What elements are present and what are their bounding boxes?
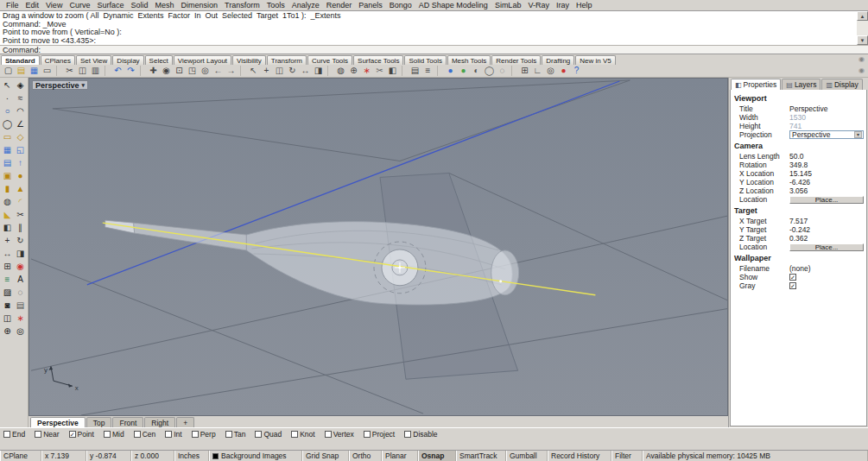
menu-item-simlab[interactable]: SimLab (491, 1, 525, 9)
join-icon[interactable]: ⊕ (347, 65, 360, 77)
property-select-projection[interactable]: Perspective▾ (789, 130, 864, 139)
polygon-icon[interactable]: ◇ (14, 131, 27, 144)
osnap-checkbox-cen[interactable] (134, 431, 141, 438)
scrollbar-track[interactable] (857, 21, 868, 35)
panel-tab-properties[interactable]: ◧Properties (731, 79, 781, 90)
box-icon[interactable]: ▣ (1, 170, 14, 183)
split-curve-icon[interactable]: ◧ (1, 222, 14, 235)
fillet-icon[interactable]: ◜ (14, 196, 27, 209)
scale-object-icon[interactable]: ↔ (299, 65, 312, 77)
handle-butt-end[interactable] (491, 250, 519, 295)
menu-item-mesh[interactable]: Mesh (151, 1, 177, 9)
zoom-selected-icon[interactable]: ◎ (199, 65, 212, 77)
scroll-down-icon[interactable]: ▼ (857, 35, 868, 45)
status-cell-osnap[interactable]: Osnap (418, 451, 456, 461)
status-cell-ortho[interactable]: Ortho (349, 451, 382, 461)
menu-item-view[interactable]: View (42, 1, 66, 9)
menu-item-solid[interactable]: Solid (127, 1, 151, 9)
explode-tool-icon[interactable]: ∗ (14, 313, 27, 325)
osnap-checkbox-perp[interactable] (192, 431, 199, 438)
sphere-icon[interactable]: ● (14, 170, 27, 183)
rotate-object-icon[interactable]: ↻ (286, 65, 299, 77)
redo-view-icon[interactable]: → (225, 65, 238, 77)
grid-snap-icon[interactable]: ⊞ (518, 65, 531, 77)
viewport-tab-add[interactable]: + (176, 417, 194, 427)
status-cell-record-history[interactable]: Record History (548, 451, 611, 461)
text-icon[interactable]: A (14, 274, 27, 287)
render-icon[interactable]: ● (444, 65, 457, 77)
osnap-checkbox-tan[interactable] (225, 431, 232, 438)
selection-filter-icon[interactable]: ◈ (14, 79, 27, 92)
move-object-icon[interactable]: + (260, 65, 273, 77)
dimension-icon[interactable]: ≡ (1, 274, 14, 287)
menu-item-tools[interactable]: Tools (263, 1, 288, 9)
command-prompt-line[interactable]: Command: (0, 45, 868, 54)
osnap-checkbox-vertex[interactable] (325, 431, 332, 438)
toolbar-tab-select[interactable]: Select (145, 55, 173, 65)
rotate-icon[interactable]: ↻ (14, 235, 27, 248)
new-file-icon[interactable]: ▢ (2, 65, 15, 77)
paste-icon[interactable]: ▥ (89, 65, 102, 77)
menu-item-surface[interactable]: Surface (93, 1, 127, 9)
join-tool-icon[interactable]: ⊕ (1, 325, 14, 338)
surface-corner-icon[interactable]: ◱ (14, 144, 27, 157)
osnap-checkbox-knot[interactable] (291, 431, 298, 438)
select-arrow-icon[interactable]: ↖ (1, 79, 14, 92)
array-icon[interactable]: ⊞ (1, 261, 14, 274)
menu-item-curve[interactable]: Curve (66, 1, 93, 9)
viewport-title[interactable]: Perspective ▾ (32, 80, 88, 90)
osnap-option-project[interactable]: Project (364, 430, 395, 439)
menu-item-render[interactable]: Render (323, 1, 356, 9)
status-cell-planar[interactable]: Planar (382, 451, 418, 461)
circle-icon[interactable]: ○ (1, 105, 14, 118)
ghosted-viewport-icon[interactable]: ◌ (496, 65, 509, 77)
osnap-option-point[interactable]: ✓Point (69, 430, 94, 439)
toolbar-tab-transform[interactable]: Transform (267, 55, 307, 65)
toolbar-tab-drafting[interactable]: Drafting (542, 55, 574, 65)
select-objects-icon[interactable]: ↖ (247, 65, 260, 77)
property-checkbox-show[interactable]: ✓ (789, 274, 796, 281)
menu-item-help[interactable]: Help (573, 1, 596, 9)
osnap-checkbox-disable[interactable] (404, 431, 411, 438)
toolbar-tab-render-tools[interactable]: Render Tools (491, 55, 541, 65)
cut-icon[interactable]: ✂ (63, 65, 76, 77)
menu-item-bongo[interactable]: Bongo (386, 1, 415, 9)
osnap-checkbox-int[interactable] (165, 431, 172, 438)
layers-dialog-icon[interactable]: ▤ (409, 65, 421, 77)
viewport-title-menu-icon[interactable]: ▾ (82, 82, 86, 89)
osnap-checkbox-quad[interactable] (255, 431, 262, 438)
menu-item-file[interactable]: File (3, 1, 22, 9)
osnap-checkbox-point[interactable]: ✓ (69, 431, 76, 438)
copy-icon[interactable]: ◫ (76, 65, 89, 77)
loft-icon[interactable]: ▤ (1, 157, 14, 170)
status-cell-smarttrack[interactable]: SmartTrack (456, 451, 506, 461)
save-icon[interactable]: ▦ (28, 65, 41, 77)
cone-icon[interactable]: ▲ (14, 183, 27, 196)
zoom-dynamic-icon[interactable]: ◉ (160, 65, 173, 77)
panel-tab-layers[interactable]: ▤Layers (782, 79, 820, 90)
curve-boolean-icon[interactable]: ◍ (334, 65, 347, 77)
toolbar-tab-viewport-layout[interactable]: Viewport Layout (174, 55, 231, 65)
undo-view-icon[interactable]: ← (212, 65, 225, 77)
osnap-checkbox-near[interactable] (35, 431, 41, 438)
osnap-option-disable[interactable]: Disable (404, 430, 437, 439)
osnap-option-mid[interactable]: Mid (104, 430, 124, 439)
viewport-tab-perspective[interactable]: Perspective (30, 417, 86, 427)
osnap-option-perp[interactable]: Perp (192, 430, 216, 439)
toolbar-tab-standard[interactable]: Standard (1, 55, 40, 65)
status-cell-x-7-139[interactable]: x 7.139 (41, 451, 86, 461)
toolbar-tab-visibility[interactable]: Visibility (232, 55, 266, 65)
copy-object-icon[interactable]: ◫ (273, 65, 286, 77)
status-cell-filter[interactable]: Filter (611, 451, 643, 461)
wireframe-viewport-icon[interactable]: ◯ (483, 65, 496, 77)
status-cell-background-images[interactable]: Background Images (209, 451, 302, 461)
move-icon[interactable]: + (1, 235, 14, 248)
toolbar-row-menu-icon[interactable]: ◉ (857, 66, 866, 76)
open-file-icon[interactable]: ▤ (15, 65, 28, 77)
mirror-object-icon[interactable]: ◨ (312, 65, 325, 77)
mirror-icon[interactable]: ◨ (14, 248, 27, 261)
redo-icon[interactable]: ↷ (124, 65, 137, 77)
menu-item-panels[interactable]: Panels (355, 1, 386, 9)
help-icon[interactable]: ? (570, 65, 583, 77)
shaded-viewport-icon[interactable]: ◐ (470, 65, 483, 77)
